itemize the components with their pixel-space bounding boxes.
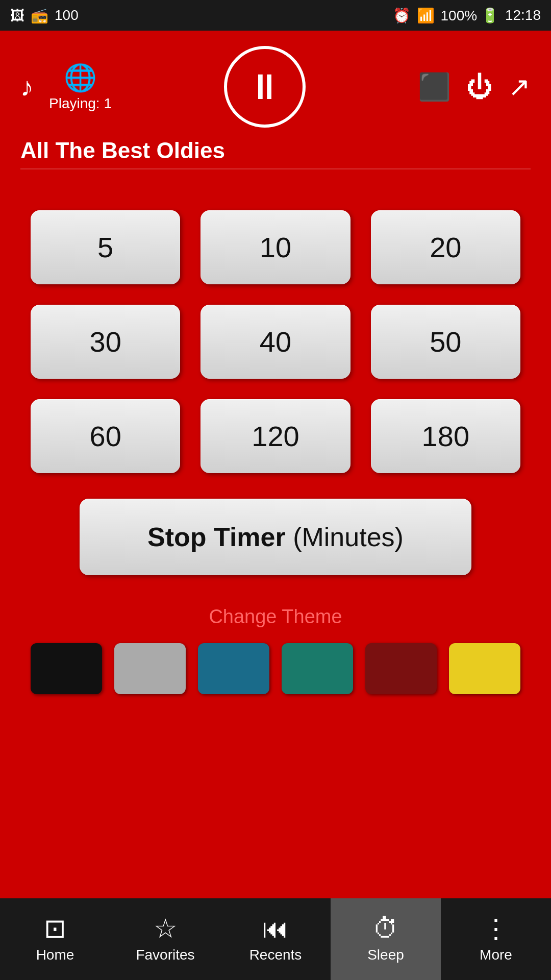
timer-btn-60[interactable]: 60 bbox=[31, 399, 180, 473]
power-icon[interactable]: ⏻ bbox=[466, 71, 493, 102]
nav-more-label: More bbox=[480, 947, 512, 963]
bottom-nav: ⊡ Home ☆ Favorites ⏮ Recents ⏱ Sleep ⋮ M… bbox=[0, 898, 551, 980]
header-right: ⬛ ⏻ ↗ bbox=[418, 71, 531, 103]
status-bar: 🖼 📻 100 ⏰ 📶 100% 🔋 12:18 bbox=[0, 0, 551, 31]
nav-sleep[interactable]: ⏱ Sleep bbox=[331, 898, 441, 980]
share-icon[interactable]: ↗ bbox=[508, 71, 531, 102]
stop-icon[interactable]: ⬛ bbox=[418, 71, 451, 103]
globe-icon[interactable]: 🌐 bbox=[64, 62, 97, 93]
header-left: ♪ 🌐 Playing: 1 bbox=[20, 62, 112, 112]
swatch-dark-red[interactable] bbox=[365, 643, 437, 694]
globe-wrap: 🌐 Playing: 1 bbox=[49, 62, 112, 112]
radio-icon: 📻 bbox=[31, 7, 48, 24]
battery-text: 100% 🔋 bbox=[441, 7, 499, 24]
timer-btn-180[interactable]: 180 bbox=[371, 399, 520, 473]
header-divider bbox=[20, 168, 531, 169]
timer-btn-50[interactable]: 50 bbox=[371, 305, 520, 379]
wifi-icon: 📶 bbox=[417, 7, 435, 24]
timer-btn-10[interactable]: 10 bbox=[201, 210, 350, 284]
timer-btn-20[interactable]: 20 bbox=[371, 210, 520, 284]
station-title: All The Best Oldies bbox=[20, 138, 531, 163]
pause-icon: ⏸ bbox=[247, 69, 283, 105]
nav-recents-label: Recents bbox=[249, 947, 302, 963]
nav-home-label: Home bbox=[36, 947, 74, 963]
timer-btn-40[interactable]: 40 bbox=[201, 305, 350, 379]
music-icon[interactable]: ♪ bbox=[20, 71, 34, 102]
recents-icon: ⏮ bbox=[262, 915, 289, 942]
theme-swatches bbox=[31, 643, 520, 694]
stop-timer-button[interactable]: Stop Timer (Minutes) bbox=[80, 499, 471, 575]
swatch-yellow[interactable] bbox=[449, 643, 520, 694]
nav-recents[interactable]: ⏮ Recents bbox=[220, 898, 331, 980]
header-controls: ♪ 🌐 Playing: 1 ⏸ ⬛ ⏻ ↗ bbox=[20, 46, 531, 128]
pause-button[interactable]: ⏸ bbox=[224, 46, 306, 128]
stop-timer-label: Stop Timer (Minutes) bbox=[147, 522, 404, 552]
alarm-icon: ⏰ bbox=[393, 7, 411, 24]
signal-strength: 100 bbox=[55, 7, 79, 23]
change-theme-label: Change Theme bbox=[209, 606, 342, 628]
timer-btn-30[interactable]: 30 bbox=[31, 305, 180, 379]
swatch-blue[interactable] bbox=[198, 643, 269, 694]
timer-grid: 5 10 20 30 40 50 60 120 180 bbox=[31, 210, 520, 473]
more-icon: ⋮ bbox=[483, 915, 509, 942]
status-right: ⏰ 📶 100% 🔋 12:18 bbox=[393, 7, 541, 24]
timer-btn-5[interactable]: 5 bbox=[31, 210, 180, 284]
swatch-teal[interactable] bbox=[282, 643, 353, 694]
favorites-icon: ☆ bbox=[154, 915, 178, 942]
swatch-black[interactable] bbox=[31, 643, 102, 694]
nav-favorites-label: Favorites bbox=[136, 947, 194, 963]
time-display: 12:18 bbox=[505, 7, 541, 23]
swatch-gray[interactable] bbox=[114, 643, 186, 694]
home-icon: ⊡ bbox=[44, 915, 66, 942]
status-left: 🖼 📻 100 bbox=[10, 7, 79, 24]
nav-favorites[interactable]: ☆ Favorites bbox=[110, 898, 220, 980]
timer-btn-120[interactable]: 120 bbox=[201, 399, 350, 473]
main-content: 5 10 20 30 40 50 60 120 180 Stop Timer (… bbox=[0, 180, 551, 898]
header: ♪ 🌐 Playing: 1 ⏸ ⬛ ⏻ ↗ All The Best Oldi… bbox=[0, 31, 551, 180]
photo-icon: 🖼 bbox=[10, 7, 24, 24]
nav-more[interactable]: ⋮ More bbox=[441, 898, 551, 980]
nav-sleep-label: Sleep bbox=[367, 947, 404, 963]
nav-home[interactable]: ⊡ Home bbox=[0, 898, 110, 980]
playing-label: Playing: 1 bbox=[49, 95, 112, 112]
sleep-icon: ⏱ bbox=[372, 915, 399, 942]
